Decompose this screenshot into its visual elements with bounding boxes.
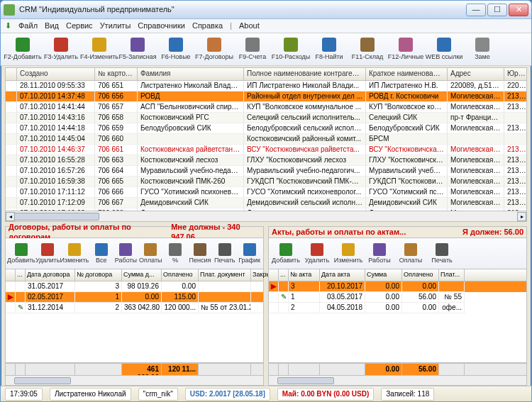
toolbar-icon [475,38,489,52]
toolbar-f10-расходы[interactable]: F10-Расходы [272,35,310,65]
panel-header-cell[interactable] [269,269,279,281]
maximize-button[interactable]: ☐ [487,4,507,16]
panel-button-добавить[interactable]: Добавить [270,240,301,268]
panel-row[interactable]: ✎103.05.20170.0056.00№ 55 [269,292,526,303]
panel-header-cell[interactable]: ... [16,269,26,281]
toolbar-icon [437,38,451,52]
grid-header-cell[interactable]: Краткое наименование ко... [366,68,448,80]
toolbar-f2-добавить[interactable]: F2-Добавить [4,35,42,65]
status-records: Записей: 118 [381,388,434,401]
sum-cell: 120 11... [162,364,199,375]
menu-item[interactable]: Сервис [66,21,93,30]
toolbar-f6-новые[interactable]: F6-Новые [157,35,195,65]
grid-header-cell[interactable]: Фамилия [138,68,244,80]
panel-button-добавить[interactable]: Добавить [7,240,35,268]
sum-cell [320,364,365,375]
grid-rows: 28.11.2010 09:55:33706 651Листратенко Ни… [6,81,526,211]
toolbar-f9-счета[interactable]: F9-Счета [233,35,272,65]
grid-header-cell[interactable]: Юриди... [504,68,527,80]
panel-row[interactable]: ✎31.12.20142363 042.80120 000...№ 55 от … [6,303,263,313]
scroll-right-icon[interactable]: ▸ [517,212,526,221]
table-row[interactable]: 07.10.2010 16:59:38706 665Костюковичский… [6,177,526,187]
acts-hscroll[interactable] [269,375,526,385]
panel-button-оплаты[interactable]: Оплаты [395,240,426,268]
grid-header-cell[interactable] [6,68,17,80]
grid-header-cell[interactable]: Адрес [448,68,504,80]
panel-button-все[interactable]: Все [89,240,113,268]
panel-button-работы[interactable]: Работы [364,240,395,268]
sum-cell: 461 062.06 [122,364,162,375]
toolbar-f12-личные[interactable]: F12-Личные [387,35,425,65]
panel-button-icon [169,243,182,256]
panel-header-cell[interactable]: № акта [289,269,320,281]
grid-header-cell[interactable]: № карточки [95,68,138,80]
table-row[interactable]: 07.10.2010 17:11:12706 666ГУСО "Хотимски… [6,187,526,198]
table-row[interactable]: 07.10.2010 14:41:44706 657АСП "Белынкови… [6,102,526,113]
toolbar-icon [399,38,413,52]
scroll-thumb[interactable] [14,213,99,220]
table-row[interactable]: 07.10.2010 17:12:09706 667Демидовичский … [6,198,526,208]
menu-item[interactable]: Вид [45,21,59,30]
panel-header-cell[interactable]: Сумма [365,269,402,281]
panel-button-оплаты[interactable]: Оплаты [138,240,163,268]
panel-header-cell[interactable]: Оплачено [402,269,439,281]
toolbar-заме[interactable]: Заме [463,35,501,65]
panel-header-cell[interactable]: Дата акта [320,269,365,281]
panel-button-%[interactable]: % [163,240,188,268]
acts-debt: Я должен: 56.00 [462,228,523,237]
toolbar-f5-записная[interactable]: F5-Записная [118,35,157,65]
close-button[interactable]: ✕ [509,4,528,16]
contracts-toolbar: ДобавитьУдалитьИзменитьВсеРаботыОплаты%П… [6,238,263,269]
toolbar-f3-удалить[interactable]: F3-Удалить [42,35,80,65]
panel-button-работы[interactable]: Работы [113,240,138,268]
toolbar-f11-склад[interactable]: F11-Склад [348,35,387,65]
panel-row[interactable]: ▶320.10.20170.000.00 [269,281,526,292]
grid-hscroll[interactable]: ◂ ▸ [6,211,526,221]
panel-header-cell[interactable]: Плат... [439,269,465,281]
table-row[interactable]: 07.10.2010 14:46:37706 661Костюковичская… [6,145,526,155]
toolbar-f7-договоры[interactable]: F7-Договоры [195,35,233,65]
toolbar-f8-найти[interactable]: F8-Найти [310,35,348,65]
toolbar-f4-изменить[interactable]: F4-Изменить [80,35,118,65]
panel-header-cell[interactable]: ... [279,269,289,281]
minimize-button[interactable]: — [466,4,486,16]
panel-button-icon [342,243,355,256]
panel-header-cell[interactable]: Плат. документ [199,269,251,281]
panel-header-cell[interactable]: № договора [75,269,122,281]
panel-button-печать[interactable]: Печать [212,240,237,268]
panel-row[interactable]: ▶02.05.201710.00115.00 [6,292,263,303]
menu-item[interactable]: About [239,21,260,30]
panel-button-пенсия[interactable]: Пенсия [188,240,213,268]
menu-item[interactable]: Файл [18,21,38,30]
menu-item[interactable]: Справочники [138,21,185,30]
panel-button-изменить[interactable]: Изменить [60,240,89,268]
panel-header-cell[interactable] [6,269,16,281]
table-row[interactable]: 07.10.2010 14:37:48706 656РОВДРайонный о… [6,91,526,102]
panel-button-удалить[interactable]: Удалить [301,240,333,268]
contracts-hscroll[interactable] [6,375,263,385]
menu-item[interactable]: Утилиты [100,21,131,30]
panel-header-cell[interactable]: Дата договора [26,269,75,281]
panel-button-удалить[interactable]: Удалить [35,240,60,268]
sum-cell [6,364,16,375]
panel-button-график[interactable]: График [237,240,262,268]
table-row[interactable]: 07.10.2010 14:43:16706 658Костюковичский… [6,113,526,123]
panel-header-cell[interactable]: Сумма д... [122,269,162,281]
table-row[interactable]: 07.10.2010 14:45:04706 660Костюковичский… [6,134,526,145]
panel-row[interactable]: 204.05.20180.000.00офе... [269,303,526,313]
grid-header-cell[interactable]: Полное наименование контрагента [244,68,366,80]
table-row[interactable]: 07.10.2010 16:57:26706 664Муравильский у… [6,166,526,177]
panel-header-cell[interactable]: Оплачено [162,269,199,281]
toolbar-icon [284,38,298,52]
panel-button-печать[interactable]: Печать [426,240,458,268]
grid-header-cell[interactable]: Создано [17,68,95,80]
toolbar-icon [54,38,68,52]
table-row[interactable]: 07.10.2010 14:44:18706 659Белодубровский… [6,123,526,134]
acts-rows: ▶320.10.20170.000.00✎103.05.20170.0056.0… [269,281,526,363]
panel-row[interactable]: 31.05.2017398 019.260.00 [6,281,263,292]
table-row[interactable]: 07.10.2010 16:55:28706 663Костюковичский… [6,155,526,166]
menu-item[interactable]: Справка [192,21,223,30]
panel-button-изменить[interactable]: Изменить [333,240,364,268]
toolbar-web-ссылки[interactable]: WEB ссылки [425,35,463,65]
table-row[interactable]: 28.11.2010 09:55:33706 651Листратенко Ни… [6,81,526,91]
